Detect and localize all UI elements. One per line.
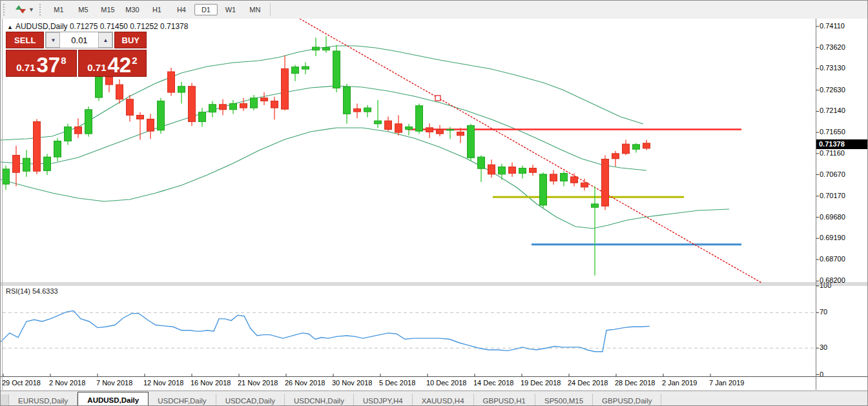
time-axis-line bbox=[1, 376, 868, 377]
candle bbox=[220, 105, 227, 110]
candle bbox=[612, 154, 619, 159]
chevron-down-icon[interactable]: ▼ bbox=[28, 6, 34, 13]
candle bbox=[375, 121, 382, 124]
candle bbox=[44, 157, 51, 170]
candle bbox=[643, 143, 650, 148]
chart-tab-AUDUSD[interactable]: AUDUSD,Daily bbox=[78, 392, 149, 406]
timeframe-button-D1[interactable]: D1 bbox=[194, 4, 218, 15]
candle bbox=[23, 158, 30, 171]
chart-tab-USDJPY[interactable]: USDJPY,H4 bbox=[354, 394, 413, 406]
price-axis-label: 0.70670 bbox=[820, 170, 845, 178]
bollinger-middle-band bbox=[1, 86, 646, 170]
chart-type-icon[interactable] bbox=[14, 4, 27, 15]
candle bbox=[530, 168, 537, 173]
buy-price-pipette: 2 bbox=[132, 55, 137, 66]
chart-tab-EURUSD[interactable]: EURUSD,Daily bbox=[9, 394, 78, 406]
time-axis-label: 24 Dec 2018 bbox=[568, 379, 608, 387]
volume-input[interactable]: 0.01 bbox=[60, 32, 98, 48]
chart-tab-GBPUSD[interactable]: GBPUSD,H1 bbox=[474, 394, 535, 406]
timeframe-button-H4[interactable]: H4 bbox=[170, 4, 193, 15]
buy-button[interactable]: BUY bbox=[114, 32, 147, 48]
toolbar-grip-2[interactable] bbox=[39, 4, 43, 15]
sell-price-pipette: 8 bbox=[61, 55, 66, 66]
candle bbox=[333, 51, 340, 88]
candle bbox=[302, 66, 309, 69]
candle bbox=[426, 128, 433, 132]
candle bbox=[602, 159, 609, 207]
price-axis-label: 0.69190 bbox=[820, 234, 845, 241]
trendline-anchor-marker[interactable] bbox=[435, 96, 440, 101]
candle bbox=[354, 108, 361, 112]
price-axis-label: 0.69680 bbox=[820, 213, 845, 221]
timeframe-button-H1[interactable]: H1 bbox=[145, 4, 169, 15]
timeframe-button-M15[interactable]: M15 bbox=[96, 4, 119, 15]
time-axis-label: 14 Dec 2018 bbox=[473, 379, 513, 387]
timeframe-button-M5[interactable]: M5 bbox=[72, 4, 95, 15]
candle bbox=[385, 121, 392, 129]
candle bbox=[34, 121, 41, 171]
candle bbox=[364, 108, 371, 112]
candle bbox=[199, 112, 206, 122]
price-axis-label: 0.70170 bbox=[820, 192, 845, 199]
time-axis-label: 7 Jan 2019 bbox=[709, 379, 744, 387]
toolbar: ▼ M1M5M15M30H1H4D1W1MN bbox=[1, 1, 868, 19]
current-price-tag: 0.71378 bbox=[816, 139, 868, 149]
candle bbox=[416, 106, 423, 131]
chart-title: ▲AUDUSD,Daily 0.71275 0.71450 0.71252 0.… bbox=[7, 22, 188, 31]
rsi-axis-label: 70 bbox=[820, 308, 827, 316]
candle bbox=[158, 101, 165, 130]
one-click-trading-panel: SELL ▼ 0.01 ▲ BUY 0.71 37 8 0.71 42 2 bbox=[6, 32, 147, 77]
time-axis-label: 10 Dec 2018 bbox=[426, 379, 466, 387]
chart-tab-SP500[interactable]: SP500,M15 bbox=[535, 394, 593, 406]
candle bbox=[251, 98, 258, 108]
buy-quote[interactable]: 0.71 42 2 bbox=[78, 50, 147, 77]
pane-separator[interactable] bbox=[1, 283, 868, 283]
time-axis-label: 2 Nov 2018 bbox=[49, 379, 85, 387]
rsi-indicator-label: RSI(14) 54.6333 bbox=[6, 287, 58, 295]
candle bbox=[292, 67, 299, 74]
candle bbox=[209, 105, 216, 112]
pane-separator-2[interactable] bbox=[1, 285, 868, 285]
chart-title-text: AUDUSD,Daily 0.71275 0.71450 0.71252 0.7… bbox=[16, 22, 189, 31]
rsi-axis-label: 30 bbox=[820, 343, 827, 351]
price-axis-label: 0.72140 bbox=[820, 107, 845, 114]
chart-tab-XAUUSD[interactable]: XAUUSD,H4 bbox=[413, 394, 474, 406]
bollinger-lower-band bbox=[1, 128, 729, 228]
timeframe-button-MN[interactable]: MN bbox=[243, 4, 267, 15]
price-axis-border bbox=[816, 19, 816, 390]
time-axis-label: 30 Nov 2018 bbox=[332, 379, 372, 387]
descending-trendline[interactable] bbox=[300, 19, 761, 283]
chart-left-border bbox=[2, 19, 3, 390]
tab-scroll-stub[interactable] bbox=[1, 394, 9, 406]
chart-tabs-bar: EURUSD,DailyAUDUSD,DailyUSDCHF,DailyUSDC… bbox=[1, 391, 868, 406]
sell-button[interactable]: SELL bbox=[6, 32, 44, 48]
timeframe-button-M1[interactable]: M1 bbox=[47, 4, 70, 15]
timeframe-buttons: M1M5M15M30H1H4D1W1MN bbox=[46, 4, 267, 15]
terminal-window: ▼ M1M5M15M30H1H4D1W1MN ▲AUDUSD,Daily 0.7… bbox=[0, 0, 868, 406]
candle bbox=[592, 204, 599, 207]
timeframe-button-M30[interactable]: M30 bbox=[121, 4, 144, 15]
candle bbox=[540, 174, 547, 205]
time-axis-label: 5 Dec 2018 bbox=[379, 379, 415, 387]
chart-tab-USDCHF[interactable]: USDCHF,Daily bbox=[149, 394, 216, 406]
candle bbox=[75, 127, 82, 134]
buy-price-big: 42 bbox=[107, 56, 131, 75]
volume-increase-icon[interactable]: ▲ bbox=[98, 32, 112, 48]
chart-tab-USDCAD[interactable]: USDCAD,Daily bbox=[216, 394, 285, 406]
volume-decrease-icon[interactable]: ▼ bbox=[46, 32, 60, 48]
candle bbox=[168, 72, 175, 92]
timeframe-button-W1[interactable]: W1 bbox=[219, 4, 242, 15]
time-axis-label: 26 Nov 2018 bbox=[285, 379, 325, 387]
candle bbox=[96, 77, 103, 97]
sell-quote[interactable]: 0.71 37 8 bbox=[6, 50, 77, 77]
chart-tab-USDCNH[interactable]: USDCNH,Daily bbox=[285, 394, 354, 406]
candle bbox=[447, 129, 454, 130]
candle bbox=[499, 167, 506, 174]
candle bbox=[457, 132, 464, 135]
toolbar-grip[interactable] bbox=[3, 4, 7, 15]
candle bbox=[13, 156, 20, 173]
price-axis-label: 0.73130 bbox=[820, 64, 845, 72]
time-axis-label: 16 Nov 2018 bbox=[191, 379, 231, 387]
chart-tab-GBPUSD[interactable]: GBPUSD,Daily bbox=[593, 394, 661, 406]
candle bbox=[437, 129, 444, 134]
